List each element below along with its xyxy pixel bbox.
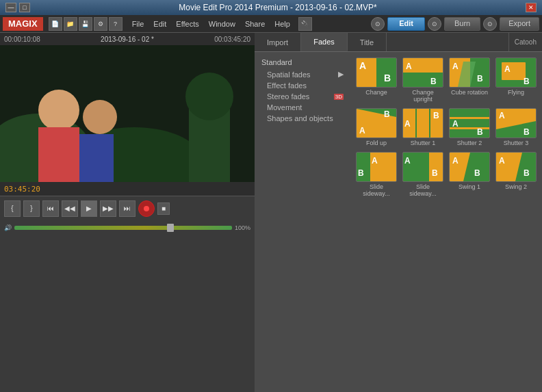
effect-change-upright[interactable]: A B Change upright	[401, 56, 445, 104]
svg-text:B: B	[477, 74, 483, 83]
effects-grid: A B Change A B	[350, 52, 542, 392]
extension-icon[interactable]: 🔌	[298, 17, 312, 31]
export-mode-button[interactable]: Export	[500, 17, 539, 31]
menu-share[interactable]: Share	[241, 18, 269, 29]
svg-rect-30	[450, 129, 489, 138]
fast-forward-button[interactable]: ▶▶	[100, 200, 116, 217]
minimize-button[interactable]: —	[5, 3, 16, 12]
stereo-3d-badge: 3D	[334, 94, 344, 100]
volume-track[interactable]	[14, 226, 232, 230]
effect-cube-rotation[interactable]: A B Cube rotation	[448, 56, 491, 104]
effect-fold-up[interactable]: A B Fold up	[354, 107, 398, 148]
svg-text:A: A	[404, 119, 411, 129]
help-icon[interactable]: ?	[109, 17, 122, 31]
record-button[interactable]	[138, 200, 155, 217]
effect-shutter-3[interactable]: A B Shutter 3	[494, 107, 538, 148]
effect-change-label: Change	[365, 89, 387, 96]
menu-file[interactable]: File	[128, 18, 149, 29]
new-icon[interactable]: 📄	[49, 17, 62, 31]
swing1-thumb-svg: A B	[450, 153, 489, 181]
track-name: 2013-09-16 - 02 *	[101, 36, 154, 43]
preview-header: 00:00:10:08 2013-09-16 - 02 * 00:03:45:2…	[0, 33, 255, 45]
tab-fades[interactable]: Fades	[301, 33, 348, 51]
stop-button[interactable]: ■	[157, 202, 170, 215]
effect-shutter-2[interactable]: A B Shutter 2	[448, 107, 491, 148]
category-spatial[interactable]: Spatial fades ▶	[259, 68, 346, 80]
rewind-button[interactable]: ◀◀	[62, 200, 78, 217]
effect-change[interactable]: A B Change	[354, 56, 398, 104]
svg-text:B: B	[430, 77, 437, 86]
tab-import[interactable]: Import	[255, 33, 301, 51]
svg-text:B: B	[384, 109, 390, 119]
effect-slide-sideway-2-label: Slide sideway...	[402, 183, 443, 197]
effect-shutter-2-label: Shutter 2	[457, 140, 482, 146]
titlebar: — □ Movie Edit Pro 2014 Premium - 2013-0…	[0, 0, 542, 15]
category-shapes[interactable]: Shapes and objects	[259, 113, 346, 124]
burn-mode-button[interactable]: Burn	[444, 17, 480, 31]
preview-panel: 00:00:10:08 2013-09-16 - 02 * 00:03:45:2…	[0, 33, 255, 392]
svg-text:A: A	[372, 156, 378, 166]
svg-text:A: A	[452, 119, 459, 129]
play-button[interactable]: ▶	[81, 200, 97, 217]
svg-rect-5	[403, 73, 443, 87]
export-circle-icon[interactable]: ⊙	[483, 17, 497, 31]
effect-shutter-1[interactable]: A B Shutter 1	[401, 107, 445, 148]
effect-slide-sideway-1[interactable]: A B Slide sideway...	[354, 151, 398, 198]
close-button[interactable]: ✕	[526, 3, 537, 12]
volume-thumb[interactable]	[167, 224, 174, 232]
tabs-row: Import Fades Title Catooh	[255, 33, 542, 52]
tab-title[interactable]: Title	[348, 33, 387, 51]
effect-fold-up-label: Fold up	[366, 140, 387, 146]
svg-text:B: B	[524, 77, 530, 86]
save-icon[interactable]: 💾	[79, 17, 92, 31]
set-out-button[interactable]: }	[23, 200, 40, 217]
edit-mode-button[interactable]: Edit	[387, 17, 425, 31]
effect-swing-1-label: Swing 1	[459, 183, 480, 190]
open-icon[interactable]: 📁	[64, 17, 77, 31]
svg-rect-23	[417, 109, 429, 138]
effects-panel: Import Fades Title Catooh Standard Spati…	[255, 33, 542, 392]
category-stereo[interactable]: Stereo fades 3D	[259, 91, 346, 102]
effects-categories: Standard Spatial fades ▶ Effect fades St…	[255, 52, 350, 392]
svg-text:A: A	[504, 64, 511, 74]
video-preview	[0, 45, 255, 182]
effect-flying[interactable]: A B Flying	[494, 56, 538, 104]
spatial-arrow-icon: ▶	[338, 70, 344, 79]
effect-swing-2[interactable]: A B Swing 2	[494, 151, 538, 198]
set-in-button[interactable]: {	[4, 200, 21, 217]
cube-rotation-thumb-svg: A B	[450, 58, 489, 87]
timecode-right: 00:03:45:20	[214, 36, 250, 43]
svg-text:A: A	[406, 62, 412, 71]
transport-bar: { } ⏮ ◀◀ ▶ ▶▶ ⏭ ■	[0, 196, 255, 220]
svg-text:B: B	[433, 111, 439, 120]
svg-text:B: B	[477, 127, 483, 137]
effect-slide-sideway-2[interactable]: A B Slide sideway...	[401, 151, 445, 198]
tab-catoon[interactable]: Catooh	[508, 33, 542, 51]
video-frame	[0, 45, 255, 182]
window-title: Movie Edit Pro 2014 Premium - 2013-09-16…	[30, 3, 526, 12]
menu-window[interactable]: Window	[205, 18, 240, 29]
category-effect[interactable]: Effect fades	[259, 80, 346, 91]
category-movement[interactable]: Movement	[259, 102, 346, 113]
flying-thumb-svg: A B	[496, 58, 536, 87]
effect-cube-rotation-label: Cube rotation	[451, 89, 488, 96]
burn-circle-icon[interactable]: ⊙	[428, 17, 441, 31]
menu-help[interactable]: Help	[270, 18, 294, 29]
volume-icon: 🔊	[4, 224, 12, 231]
svg-text:B: B	[358, 168, 364, 178]
menu-effects[interactable]: Effects	[172, 18, 203, 29]
change-upright-thumb-svg: A B	[403, 58, 443, 87]
svg-text:A: A	[499, 156, 505, 166]
prev-frame-button[interactable]: ⏮	[42, 200, 59, 217]
maximize-button[interactable]: □	[19, 3, 30, 12]
menubar: MAGIX 📄 📁 💾 ⚙ ? File Edit Effects Window…	[0, 15, 542, 33]
effect-swing-1[interactable]: A B Swing 1	[448, 151, 491, 198]
effect-flying-label: Flying	[508, 89, 524, 96]
category-standard[interactable]: Standard	[259, 56, 346, 68]
mode-circle-icon[interactable]: ⊙	[371, 17, 385, 31]
next-frame-button[interactable]: ⏭	[119, 200, 136, 217]
settings-icon[interactable]: ⚙	[94, 17, 107, 31]
svg-text:A: A	[452, 156, 459, 166]
menu-edit[interactable]: Edit	[149, 18, 170, 29]
svg-text:A: A	[499, 111, 505, 120]
